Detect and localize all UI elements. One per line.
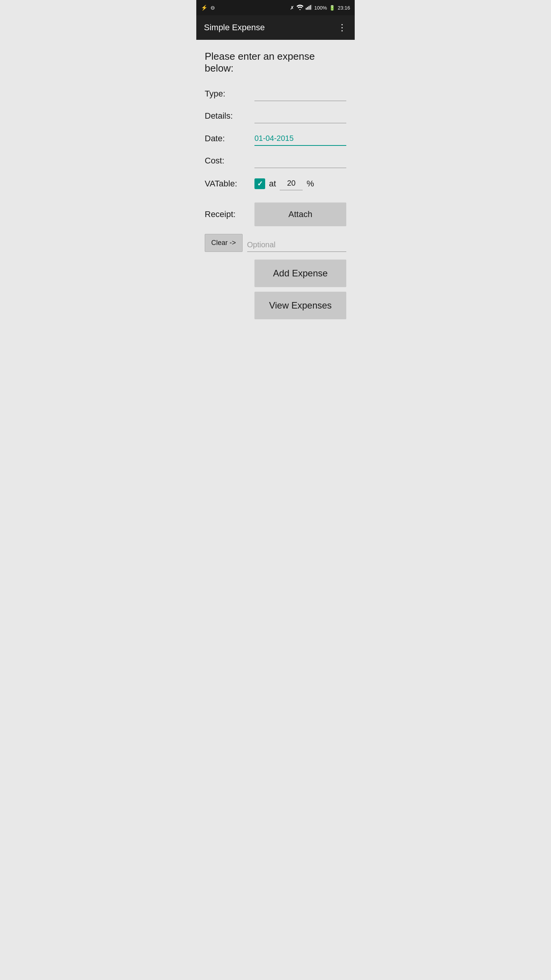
app-title: Simple Expense (204, 23, 265, 33)
receipt-label: Receipt: (205, 209, 254, 219)
type-row: Type: (205, 88, 346, 101)
add-expense-button[interactable]: Add Expense (254, 260, 346, 287)
details-label: Details: (205, 111, 254, 123)
status-right-icons: ✗ 100% 🔋 23:16 (290, 5, 350, 11)
receipt-row: Receipt: Attach (205, 203, 346, 226)
details-row: Details: (205, 110, 346, 123)
vatable-label: VATable: (205, 179, 254, 189)
action-buttons-wrapper: Add Expense View Expenses (205, 260, 346, 319)
svg-rect-1 (306, 8, 306, 10)
type-field-wrapper (254, 88, 346, 101)
date-field-wrapper (254, 132, 346, 146)
overflow-menu-icon[interactable]: ⋮ (337, 23, 347, 32)
optional-field-wrapper (247, 239, 346, 252)
signal-icon (306, 5, 312, 11)
app-bar: Simple Expense ⋮ (196, 15, 355, 40)
status-bar: ⚡ ⊖ ✗ 100% 🔋 23:16 (196, 0, 355, 15)
percent-symbol: % (306, 179, 314, 189)
svg-rect-2 (307, 7, 308, 10)
details-field-wrapper (254, 110, 346, 123)
cost-label: Cost: (205, 156, 254, 168)
at-text: at (269, 179, 276, 189)
clear-button[interactable]: Clear -> (205, 234, 243, 252)
svg-point-0 (299, 9, 301, 10)
svg-rect-4 (310, 5, 311, 10)
status-left-icons: ⚡ ⊖ (201, 5, 215, 11)
minus-circle-icon: ⊖ (210, 5, 215, 11)
type-label: Type: (205, 89, 254, 101)
vat-rate-input[interactable] (280, 177, 303, 190)
usb-icon: ⚡ (201, 5, 207, 11)
details-input[interactable] (254, 110, 346, 123)
date-input[interactable] (254, 132, 346, 146)
attach-button[interactable]: Attach (254, 203, 346, 226)
main-content: Please enter an expense below: Type: Det… (196, 40, 355, 339)
optional-input[interactable] (247, 239, 346, 252)
vatable-checkbox[interactable]: ✓ (254, 178, 265, 189)
vatable-controls: ✓ at % (254, 177, 346, 190)
svg-rect-5 (311, 5, 312, 10)
cost-row: Cost: (205, 155, 346, 168)
clear-optional-row: Clear -> (205, 234, 346, 252)
battery-icon: 🔋 (329, 5, 335, 11)
view-expenses-button[interactable]: View Expenses (254, 292, 346, 319)
time-display: 23:16 (337, 5, 350, 11)
vatable-row: VATable: ✓ at % (205, 177, 346, 190)
svg-rect-3 (308, 6, 309, 10)
wifi-icon (297, 5, 303, 11)
bluetooth-icon: ✗ (290, 5, 294, 11)
cost-field-wrapper (254, 155, 346, 168)
date-label: Date: (205, 134, 254, 146)
form-heading: Please enter an expense below: (205, 51, 346, 74)
checkmark-icon: ✓ (257, 180, 263, 188)
type-input[interactable] (254, 88, 346, 101)
date-row: Date: (205, 132, 346, 146)
cost-input[interactable] (254, 155, 346, 168)
battery-text: 100% (314, 5, 327, 11)
